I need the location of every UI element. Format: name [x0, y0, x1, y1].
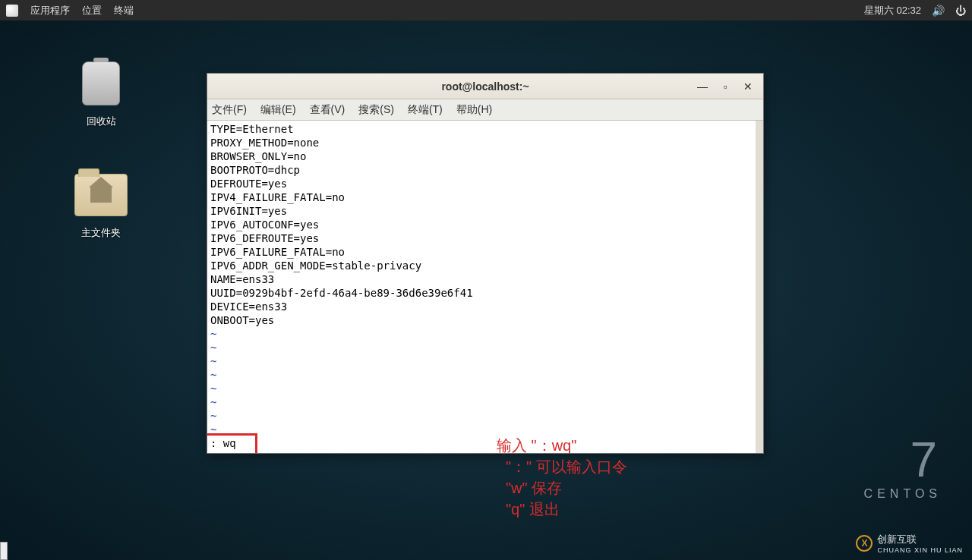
vi-tilde-line: ~: [210, 327, 760, 341]
vi-command-line[interactable]: : wq: [210, 436, 236, 450]
watermark-main: 创新互联: [877, 533, 963, 546]
menu-edit[interactable]: 编辑(E): [260, 103, 296, 117]
centos-version: 7: [864, 436, 942, 484]
menu-places[interactable]: 位置: [82, 4, 102, 17]
top-panel-right: 星期六 02:32 🔊 ⏻: [864, 4, 966, 17]
window-controls: — ▫ ✕: [696, 80, 754, 93]
desktop-home-label: 主文件夹: [67, 226, 135, 240]
terminal-content: TYPE=EthernetPROXY_METHOD=noneBROWSER_ON…: [210, 122, 760, 436]
desktop-trash[interactable]: 回收站: [67, 57, 135, 128]
clock[interactable]: 星期六 02:32: [864, 4, 921, 17]
annotation-2: "：" 可以输入口令: [506, 457, 627, 477]
menu-file[interactable]: 文件(F): [212, 103, 247, 117]
top-panel-left: 应用程序 位置 终端: [6, 4, 134, 17]
config-line: DEVICE=ens33: [210, 300, 760, 313]
vi-tilde-line: ~: [210, 409, 760, 423]
config-line: IPV6_AUTOCONF=yes: [210, 218, 760, 231]
window-title: root@localhost:~: [207, 80, 763, 93]
menu-terminal[interactable]: 终端: [114, 4, 134, 17]
desktop-trash-label: 回收站: [67, 115, 135, 128]
maximize-button[interactable]: ▫: [719, 80, 731, 93]
config-line: NAME=ens33: [210, 272, 760, 286]
volume-icon[interactable]: 🔊: [932, 5, 945, 17]
menu-search[interactable]: 搜索(S): [358, 103, 394, 117]
centos-name: CENTOS: [864, 487, 942, 501]
config-line: BROWSER_ONLY=no: [210, 149, 760, 163]
centos-brand: 7 CENTOS: [864, 436, 942, 501]
config-line: IPV6_FAILURE_FATAL=no: [210, 245, 760, 259]
watermark-sub: CHUANG XIN HU LIAN: [877, 546, 963, 554]
vi-tilde-line: ~: [210, 423, 760, 436]
annotation-4: "q" 退出: [506, 499, 560, 520]
power-icon[interactable]: ⏻: [955, 5, 966, 17]
menu-applications[interactable]: 应用程序: [30, 4, 70, 17]
vi-command-text: : wq: [210, 437, 236, 449]
terminal-body[interactable]: TYPE=EthernetPROXY_METHOD=noneBROWSER_ON…: [207, 121, 763, 453]
annotation-3: "w" 保存: [506, 478, 562, 499]
config-line: DEFROUTE=yes: [210, 177, 760, 190]
config-line: PROXY_METHOD=none: [210, 136, 760, 149]
vi-tilde-line: ~: [210, 354, 760, 368]
config-line: ONBOOT=yes: [210, 313, 760, 327]
config-line: BOOTPROTO=dhcp: [210, 163, 760, 177]
config-line: IPV4_FAILURE_FATAL=no: [210, 190, 760, 204]
config-line: IPV6_ADDR_GEN_MODE=stable-privacy: [210, 259, 760, 272]
watermark-logo-icon: X: [856, 535, 873, 552]
menu-terminal-menu[interactable]: 终端(T): [408, 103, 443, 117]
menu-view[interactable]: 查看(V): [310, 103, 346, 117]
vi-tilde-line: ~: [210, 368, 760, 382]
folder-icon: [74, 168, 128, 222]
trash-icon: [74, 57, 128, 110]
terminal-menubar: 文件(F) 编辑(E) 查看(V) 搜索(S) 终端(T) 帮助(H): [207, 99, 763, 121]
vi-tilde-line: ~: [210, 341, 760, 354]
minimize-button[interactable]: —: [696, 80, 708, 93]
annotation-1: 输入 "：wq": [497, 436, 576, 456]
vi-tilde-line: ~: [210, 395, 760, 409]
config-line: IPV6_DEFROUTE=yes: [210, 231, 760, 245]
scrollbar[interactable]: [756, 121, 763, 453]
config-line: IPV6INIT=yes: [210, 204, 760, 218]
menu-help[interactable]: 帮助(H): [456, 103, 492, 117]
desktop-home[interactable]: 主文件夹: [67, 168, 135, 240]
watermark-text: 创新互联 CHUANG XIN HU LIAN: [877, 533, 963, 554]
window-titlebar[interactable]: root@localhost:~ — ▫ ✕: [207, 74, 763, 99]
taskbar-handle[interactable]: [0, 542, 8, 560]
vi-tilde-line: ~: [210, 382, 760, 395]
gnome-logo-icon: [6, 5, 18, 17]
top-panel: 应用程序 位置 终端 星期六 02:32 🔊 ⏻: [0, 0, 972, 20]
close-button[interactable]: ✕: [742, 80, 754, 93]
config-line: UUID=0929b4bf-2efd-46a4-be89-36d6e39e6f4…: [210, 286, 760, 300]
watermark: X 创新互联 CHUANG XIN HU LIAN: [856, 533, 963, 554]
terminal-window: root@localhost:~ — ▫ ✕ 文件(F) 编辑(E) 查看(V)…: [207, 73, 764, 454]
config-line: TYPE=Ethernet: [210, 122, 760, 136]
